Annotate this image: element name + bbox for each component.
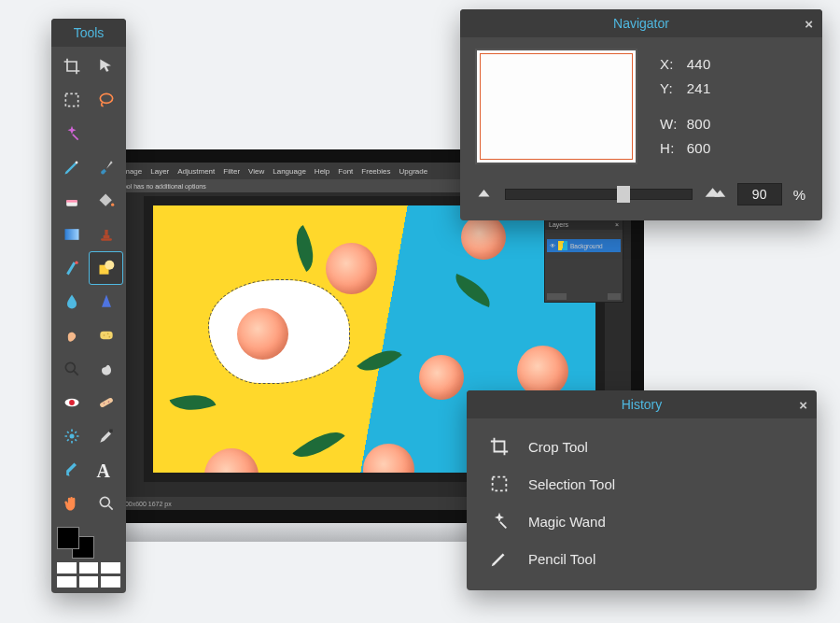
history-item-label: Crop Tool	[528, 439, 588, 455]
eraser-tool-icon[interactable]	[55, 185, 88, 217]
preset-swatches[interactable]	[57, 562, 120, 588]
text-tool-icon[interactable]: A	[90, 454, 122, 486]
sharpen-tool-icon[interactable]	[90, 286, 122, 318]
tools-grid: A	[51, 47, 126, 523]
svg-point-22	[100, 497, 109, 506]
menu-item[interactable]: Language	[273, 167, 306, 176]
move-tool-icon[interactable]	[90, 50, 122, 82]
menu-item[interactable]: Layer	[150, 167, 169, 176]
shape-tool-icon[interactable]	[90, 252, 122, 284]
svg-rect-10	[100, 332, 112, 339]
crop-icon	[487, 436, 511, 457]
menu-item[interactable]: Filter	[223, 167, 240, 176]
history-item-label: Selection Tool	[528, 476, 615, 492]
layer-thumb	[558, 241, 567, 250]
red-eye-tool-icon[interactable]	[55, 387, 88, 418]
layer-name: Background	[570, 243, 603, 249]
lasso-tool-icon[interactable]	[90, 84, 122, 116]
sponge-tool-icon[interactable]	[90, 319, 122, 351]
nav-x-value: 440	[687, 53, 711, 76]
tools-panel[interactable]: Tools	[51, 19, 126, 593]
clone-stamp-tool-icon[interactable]	[90, 219, 122, 250]
menu-item[interactable]: Font	[338, 167, 353, 176]
history-title: History ×	[467, 390, 817, 418]
pencil-tool-icon[interactable]	[55, 151, 88, 183]
zoom-out-icon[interactable]	[477, 186, 494, 203]
eyedropper-tool-icon[interactable]	[90, 420, 122, 452]
smudge-tool-icon[interactable]	[55, 319, 88, 351]
close-icon[interactable]: ×	[805, 16, 813, 32]
hand-tool-icon[interactable]	[55, 488, 88, 519]
pencil-icon	[487, 548, 511, 569]
layers-panel-title: Layers	[549, 221, 568, 228]
svg-rect-17	[99, 397, 113, 408]
history-item[interactable]: Selection Tool	[470, 465, 813, 503]
menu-item[interactable]: Help	[315, 167, 329, 176]
svg-rect-23	[493, 477, 507, 491]
history-panel[interactable]: History × Crop Tool Selection Tool Magic…	[467, 390, 817, 590]
nav-w-value: 800	[687, 113, 711, 135]
history-item-label: Magic Wand	[528, 514, 606, 530]
gradient-tool-icon[interactable]	[55, 219, 88, 250]
nav-h-value: 600	[687, 137, 711, 160]
history-item[interactable]: Magic Wand	[470, 503, 813, 540]
layer-buttons[interactable]	[547, 293, 621, 300]
history-item[interactable]: Pencil Tool	[470, 540, 813, 577]
foreground-swatch[interactable]	[57, 527, 79, 549]
svg-point-12	[106, 333, 108, 335]
navigator-readout: X:440 Y:241 W:800 H:600	[658, 51, 713, 162]
color-replace-tool-icon[interactable]	[55, 252, 88, 284]
brush-tool-icon[interactable]	[90, 151, 122, 183]
zoom-unit: %	[793, 187, 805, 203]
close-icon[interactable]: ×	[799, 397, 807, 413]
color-swatches[interactable]	[51, 523, 126, 593]
svg-point-20	[69, 434, 74, 439]
nav-y-value: 241	[687, 78, 711, 100]
history-list: Crop Tool Selection Tool Magic Wand Penc…	[467, 418, 817, 590]
svg-point-11	[103, 334, 105, 336]
svg-point-1	[100, 93, 112, 103]
layers-panel[interactable]: Layers × 👁 Background	[544, 219, 623, 303]
navigator-thumbnail[interactable]	[477, 50, 636, 163]
svg-rect-6	[101, 238, 112, 240]
magic-wand-tool-icon[interactable]	[55, 118, 88, 149]
crop-tool-icon[interactable]	[55, 50, 88, 82]
svg-point-7	[75, 262, 77, 264]
zoom-slider[interactable]	[505, 189, 693, 200]
blur-tool-icon[interactable]	[55, 286, 88, 318]
menu-item[interactable]: Upgrade	[399, 167, 427, 176]
layer-row[interactable]: 👁 Background	[547, 239, 621, 252]
menu-item[interactable]: Adjustment	[177, 167, 215, 176]
svg-rect-0	[65, 93, 77, 106]
pen-tool-icon[interactable]	[55, 454, 88, 486]
zoom-in-icon[interactable]	[704, 185, 726, 204]
svg-point-4	[111, 204, 114, 206]
paint-bucket-tool-icon[interactable]	[90, 185, 122, 217]
svg-rect-21	[109, 430, 112, 432]
history-item-label: Pencil Tool	[528, 551, 595, 567]
navigator-panel[interactable]: Navigator × X:440 Y:241 W:800 H:600 90 %	[460, 9, 822, 220]
menu-item[interactable]: View	[248, 167, 264, 176]
empty-slot	[90, 118, 122, 149]
liquify-tool-icon[interactable]	[55, 420, 88, 452]
zoom-value-input[interactable]: 90	[737, 183, 782, 205]
svg-point-13	[108, 336, 110, 338]
svg-point-18	[103, 403, 105, 404]
zoom-slider-knob[interactable]	[617, 186, 630, 203]
dodge-tool-icon[interactable]	[55, 353, 88, 385]
zoom-tool-icon[interactable]	[90, 488, 122, 519]
svg-point-19	[107, 401, 109, 403]
history-item[interactable]: Crop Tool	[470, 428, 813, 465]
burn-tool-icon[interactable]	[90, 353, 122, 385]
heal-tool-icon[interactable]	[90, 387, 122, 418]
svg-rect-3	[66, 200, 77, 203]
svg-point-16	[69, 400, 75, 405]
menu-item[interactable]: Freebies	[361, 167, 390, 176]
magic-wand-icon	[487, 511, 511, 531]
tools-panel-title: Tools	[51, 19, 126, 47]
navigator-title: Navigator ×	[460, 9, 822, 37]
close-icon[interactable]: ×	[615, 221, 619, 228]
svg-rect-5	[64, 229, 78, 240]
marquee-tool-icon[interactable]	[55, 84, 88, 116]
selection-icon	[487, 474, 511, 494]
